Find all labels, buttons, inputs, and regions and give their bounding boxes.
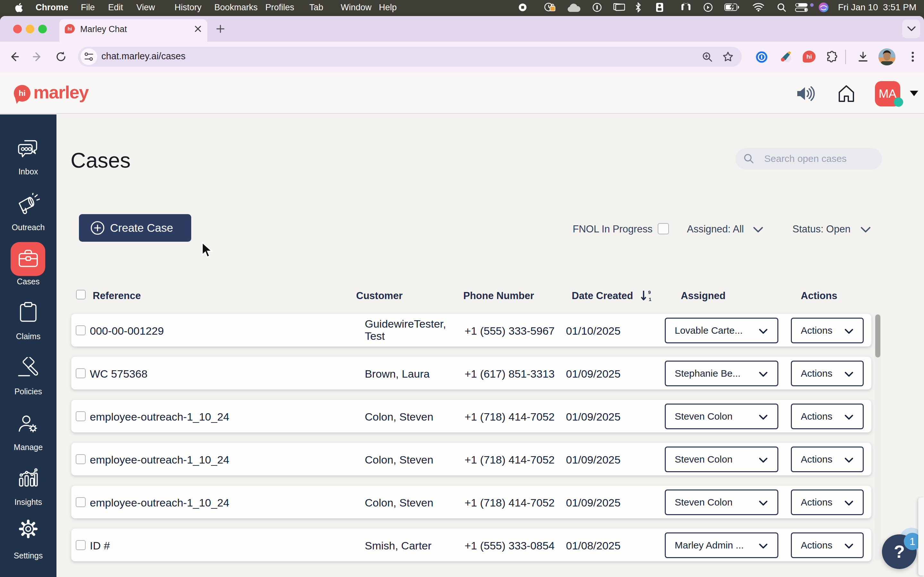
svg-text:1: 1 (649, 297, 651, 302)
svg-text:9: 9 (648, 290, 651, 295)
